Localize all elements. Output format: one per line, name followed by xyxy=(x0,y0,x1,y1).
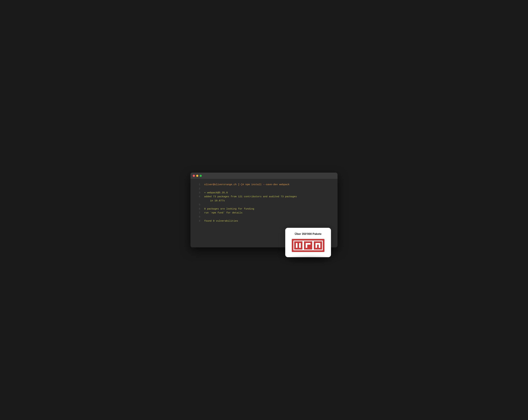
terminal-line-content xyxy=(204,215,332,219)
screen-wrapper: 1 oliver@oliverorange.ch [~]# npm instal… xyxy=(191,173,337,247)
npm-logo xyxy=(291,239,325,252)
svg-rect-10 xyxy=(294,241,302,249)
terminal-line-8: 8 xyxy=(196,215,332,219)
line-number: 5 xyxy=(196,203,200,207)
terminal-line-7: 7 run `npm fund` for details xyxy=(196,211,332,215)
svg-rect-14 xyxy=(306,243,307,248)
svg-rect-18 xyxy=(317,243,319,245)
terminal-line-content xyxy=(204,187,332,191)
svg-rect-17 xyxy=(315,243,317,248)
minimize-button[interactable] xyxy=(196,175,198,177)
terminal-line-6: 6 8 packages are looking for funding xyxy=(196,207,332,211)
overlay-card: Über 350'000 Pakete xyxy=(285,228,331,257)
terminal-line-content: found 0 vulnerabilities xyxy=(204,219,332,223)
line-number: 2 xyxy=(196,187,200,191)
terminal-line-content: 8 packages are looking for funding xyxy=(204,207,332,211)
line-number: 8 xyxy=(196,215,200,219)
terminal-line-content: oliver@oliverorange.ch [~]# npm install … xyxy=(204,183,332,187)
terminal-line-5: 5 xyxy=(196,203,332,207)
svg-rect-15 xyxy=(307,243,311,245)
svg-rect-19 xyxy=(319,243,320,248)
svg-rect-16 xyxy=(314,241,322,249)
card-shadow xyxy=(290,257,328,262)
terminal-line-9: 9 found 0 vulnerabilities xyxy=(196,219,332,223)
terminal-line-content: + webpack@5.35.0 xyxy=(204,191,332,195)
terminal-line-content xyxy=(204,203,332,207)
terminal-line-1: 1 oliver@oliverorange.ch [~]# npm instal… xyxy=(196,183,332,187)
terminal-line-4: 4 added 73 packages from 121 contributor… xyxy=(196,195,332,203)
line-number: 6 xyxy=(196,207,200,211)
svg-rect-11 xyxy=(296,243,298,248)
line-number: 3 xyxy=(196,191,200,195)
line-number: 4 xyxy=(196,195,200,199)
overlay-card-title: Über 350'000 Pakete xyxy=(291,232,325,236)
title-bar xyxy=(191,173,337,179)
svg-rect-12 xyxy=(299,243,301,248)
maximize-button[interactable] xyxy=(200,175,202,177)
line-number: 9 xyxy=(196,219,200,223)
line-number: 1 xyxy=(196,183,200,187)
terminal-line-3: 3 + webpack@5.35.0 xyxy=(196,191,332,195)
close-button[interactable] xyxy=(193,175,195,177)
svg-rect-13 xyxy=(304,241,312,249)
terminal-line-content: run `npm fund` for details xyxy=(204,211,332,215)
terminal-line-2: 2 xyxy=(196,187,332,191)
line-number: 7 xyxy=(196,211,200,215)
terminal-line-content: added 73 packages from 121 contributors … xyxy=(204,195,332,203)
